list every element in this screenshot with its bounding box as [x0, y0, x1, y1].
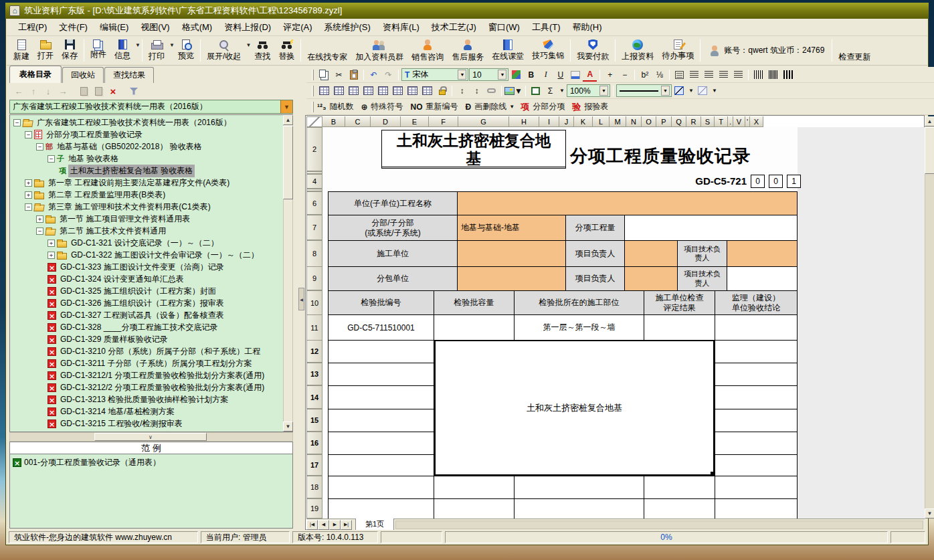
special-symbol-button[interactable]: ⊕特殊符号: [361, 100, 410, 114]
row-header-14[interactable]: 14: [306, 385, 322, 409]
column-header-.[interactable]: .: [728, 116, 733, 127]
tree-item-19[interactable]: GD-C1-3210 分部（系统）所属子分部（和子系统）工程: [10, 345, 292, 357]
new-button[interactable]: 新建: [9, 37, 33, 64]
subcontractor-label[interactable]: 分包单位: [328, 266, 458, 291]
random-number-button[interactable]: ¹²₃随机数: [317, 100, 361, 114]
nav-down-icon[interactable]: ↓: [41, 85, 55, 97]
row-header-19[interactable]: 19: [306, 498, 322, 519]
expand-icon[interactable]: +: [25, 191, 32, 199]
tree-item-24[interactable]: GD-C1-3214 地基/基桩检测方案: [10, 405, 292, 417]
cell-pattern-button[interactable]: [405, 84, 419, 98]
border-grid-button[interactable]: [529, 84, 543, 98]
size-select[interactable]: 10▼: [469, 68, 508, 81]
tree-item-17[interactable]: GD-C1-328 ____分项工程施工技术交底记录: [10, 321, 292, 333]
sheet-hscroll-track[interactable]: [395, 521, 923, 529]
toolbar-grip[interactable]: [312, 86, 314, 96]
next-page-icon[interactable]: ▶: [329, 520, 341, 530]
batch-header-2[interactable]: 检验批容量: [434, 290, 515, 315]
column-header-B[interactable]: B: [322, 116, 345, 127]
column-header-S[interactable]: S: [701, 116, 715, 127]
row-header-12[interactable]: 12: [306, 340, 322, 363]
tree-scroll-down-icon[interactable]: ▼: [283, 422, 293, 432]
column-header-E[interactable]: E: [401, 116, 429, 127]
insert-col-right-button[interactable]: [347, 84, 361, 98]
toolbar-grip[interactable]: [312, 102, 314, 112]
column-header-G[interactable]: G: [458, 116, 509, 127]
column-header-Q[interactable]: Q: [672, 116, 686, 127]
menu-item-6[interactable]: 评定(A): [277, 19, 318, 35]
sum-caret-button[interactable]: ▼: [558, 84, 566, 98]
subdivision-value[interactable]: 地基与基础-地基: [457, 215, 566, 241]
code-digit-3[interactable]: 1: [787, 175, 801, 188]
pm-label[interactable]: 项目负责人: [565, 240, 625, 267]
column-header-D[interactable]: D: [371, 116, 401, 127]
unit-name-label[interactable]: 单位(子单位)工程名称: [328, 191, 458, 215]
barcode-thin-button[interactable]: [751, 68, 765, 82]
batch-header-1[interactable]: 检验批编号: [328, 290, 434, 315]
empty-cell-L2[interactable]: [328, 385, 434, 409]
print-button[interactable]: 打印▼: [145, 37, 174, 64]
empty-cell-L3[interactable]: [328, 409, 434, 432]
expand-icon[interactable]: +: [36, 215, 43, 223]
quantity-label[interactable]: 分项工程量: [565, 215, 625, 241]
cut-button[interactable]: ✂: [332, 68, 346, 82]
tree-item-4[interactable]: 项土和灰土挤密桩复合地基 验收表格: [10, 165, 292, 177]
empty-cell-R2[interactable]: [715, 385, 798, 409]
sheet-scroll-down-icon[interactable]: ▼: [925, 508, 934, 519]
empty-cell-B13[interactable]: [644, 498, 715, 519]
sales-consult-button[interactable]: 销售咨询: [407, 37, 448, 64]
tree-item-13[interactable]: GD-C1-324 设计变更通知单汇总表: [10, 273, 292, 285]
tree-hscroll-thumb[interactable]: ∨: [94, 433, 207, 441]
row-header-13[interactable]: 13: [306, 363, 322, 385]
menu-item-1[interactable]: 文件(F): [53, 19, 94, 35]
expand-collapse-button[interactable]: 展开/收起▼: [203, 37, 250, 64]
line-select[interactable]: ▼: [616, 84, 672, 97]
row-header-16[interactable]: 16: [306, 432, 322, 454]
fraction-button[interactable]: ⅛: [652, 68, 666, 82]
redo-button[interactable]: ↷: [381, 68, 395, 82]
unlink-button[interactable]: [484, 84, 498, 98]
menu-item-3[interactable]: 视图(V): [134, 19, 175, 35]
preview-button[interactable]: 预览: [174, 37, 198, 64]
merged-selected-cell[interactable]: 土和灰土挤密桩复合地基: [434, 340, 715, 476]
expand-icon[interactable]: +: [25, 179, 32, 187]
tree-item-6[interactable]: +第二章 工程质量监理用表(B类表): [10, 189, 292, 201]
column-header-P[interactable]: P: [656, 116, 672, 127]
diag-caret2-button[interactable]: ▼: [711, 84, 719, 98]
minus-button[interactable]: −: [618, 68, 632, 82]
column-header-V[interactable]: V: [733, 116, 745, 127]
replace-button[interactable]: 替换: [274, 37, 298, 64]
row-header-17[interactable]: 17: [306, 454, 322, 476]
empty-cell-B14[interactable]: [715, 498, 798, 519]
pm2-value[interactable]: [624, 266, 678, 291]
tech2-value[interactable]: [727, 266, 798, 291]
row-height-dec-button[interactable]: ↕: [470, 84, 484, 98]
empty-cell-B00[interactable]: [328, 476, 434, 499]
tree-item-10[interactable]: +GD-C1-321 设计交底记录（一）～（二）: [10, 237, 292, 249]
empty-cell-L0[interactable]: [328, 340, 434, 363]
empty-cell-L5[interactable]: [328, 454, 434, 476]
tree-item-8[interactable]: +第一节 施工项目管理文件资料通用表: [10, 213, 292, 225]
tab-search-results[interactable]: 查找结果: [104, 67, 154, 83]
row-header-2[interactable]: 2: [306, 127, 322, 171]
toolbar-grip[interactable]: [312, 70, 314, 80]
tree-item-25[interactable]: GD-C1-3215 工程验收/检测报审表: [10, 417, 292, 430]
tree-item-11[interactable]: +GD-C1-322 施工图设计文件会审记录（一）～（二）: [10, 249, 292, 261]
quantity-value[interactable]: [624, 215, 798, 241]
row-header-10[interactable]: 10: [306, 290, 322, 315]
subcontractor-value[interactable]: [457, 266, 566, 291]
image-select-button[interactable]: ▼: [504, 84, 523, 98]
column-header-'[interactable]: ': [745, 116, 750, 127]
menu-item-5[interactable]: 资料上报(D): [218, 19, 277, 35]
code-digit-2[interactable]: 0: [769, 175, 783, 188]
collapse-icon[interactable]: −: [36, 227, 43, 235]
diag-caret1-button[interactable]: ▼: [687, 84, 695, 98]
open-button[interactable]: 打开: [33, 37, 58, 64]
tree-vertical-scrollbar[interactable]: ▲ ▼: [283, 115, 293, 432]
column-header-J[interactable]: J: [559, 116, 574, 127]
column-header-M[interactable]: M: [610, 116, 626, 127]
barcode-mid-button[interactable]: [766, 68, 780, 82]
align-center-button[interactable]: [702, 68, 716, 82]
tree-item-2[interactable]: −部地基与基础（GB50202-2018） 验收表格: [10, 141, 292, 153]
save-button[interactable]: 保存: [58, 37, 82, 64]
